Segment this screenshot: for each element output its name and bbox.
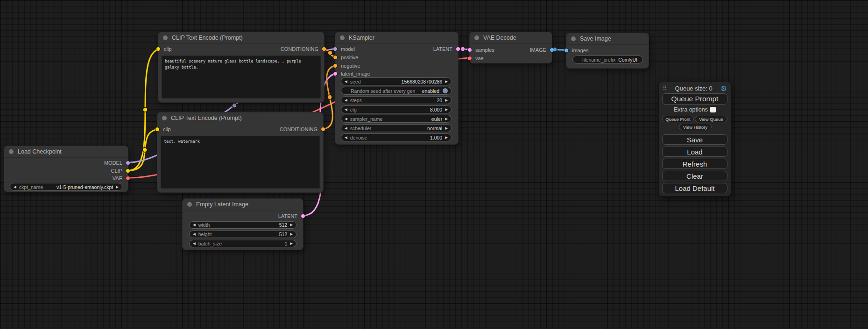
node-header[interactable]: CLIP Text Encode (Prompt) xyxy=(158,32,324,44)
node-load-checkpoint[interactable]: Load Checkpoint MODEL CLIP VAE ◀ ckpt_na… xyxy=(4,146,128,192)
node-clip-text-encode-positive[interactable]: CLIP Text Encode (Prompt) clip CONDITION… xyxy=(158,32,325,103)
node-header[interactable]: Load Checkpoint xyxy=(4,146,128,158)
increment-arrow-icon[interactable]: ▶ xyxy=(290,223,293,227)
collapse-dot-icon[interactable] xyxy=(163,35,168,40)
view-queue-button[interactable]: View Queue xyxy=(695,116,727,122)
batch-size-widget[interactable]: ◀ batch_size 1 ▶ xyxy=(189,240,296,247)
random-seed-toggle-widget[interactable]: Random seed after every gen enabled xyxy=(341,87,452,95)
decrement-arrow-icon[interactable]: ◀ xyxy=(193,223,196,227)
conditioning-output-port[interactable] xyxy=(322,47,326,51)
vae-output-port[interactable] xyxy=(126,176,130,181)
steps-widget[interactable]: ◀ steps 20 ▶ xyxy=(341,96,452,104)
widget-value: 1.000 xyxy=(370,135,443,140)
decrement-arrow-icon[interactable]: ◀ xyxy=(345,136,347,140)
decrement-arrow-icon[interactable]: ◀ xyxy=(345,98,347,102)
conditioning-output-port[interactable] xyxy=(321,127,325,132)
gear-icon[interactable]: ⚙ xyxy=(721,85,727,92)
model-output-port[interactable] xyxy=(126,161,130,165)
model-input-port[interactable] xyxy=(333,47,338,51)
increment-arrow-icon[interactable]: ▶ xyxy=(445,117,448,121)
increment-arrow-icon[interactable]: ▶ xyxy=(116,185,119,189)
node-header[interactable]: Empty Latent Image xyxy=(183,199,303,210)
queue-size-label: Queue size: 0 xyxy=(675,85,713,92)
queue-panel: ⠿ Queue size: 0 ⚙ Queue Prompt Extra opt… xyxy=(658,82,731,196)
clip-input-slot: clip xyxy=(155,126,171,132)
increment-arrow-icon[interactable]: ▶ xyxy=(445,126,448,130)
drag-handle-icon[interactable]: ⠿ xyxy=(663,85,667,91)
save-button[interactable]: Save xyxy=(662,134,727,145)
refresh-button[interactable]: Refresh xyxy=(662,159,727,169)
width-widget[interactable]: ◀ width 512 ▶ xyxy=(189,221,296,229)
link-dot xyxy=(142,147,147,152)
cfg-widget[interactable]: ◀ cfg 8.000 ▶ xyxy=(341,105,452,113)
filename-prefix-widget[interactable]: filename_prefix ComfyUI xyxy=(572,56,643,63)
extra-options-checkbox[interactable] xyxy=(710,107,716,112)
latent-output-port[interactable] xyxy=(301,214,305,218)
image-output-slot: IMAGE xyxy=(530,47,554,53)
decrement-arrow-icon[interactable]: ◀ xyxy=(14,185,16,189)
node-header[interactable]: CLIP Text Encode (Prompt) xyxy=(157,112,323,124)
seed-widget[interactable]: ◀ seed 156680208700286 ▶ xyxy=(341,77,452,85)
link-dot xyxy=(143,107,148,112)
image-output-port[interactable] xyxy=(550,48,554,52)
decrement-arrow-icon[interactable]: ◀ xyxy=(345,80,347,84)
positive-input-slot: positive xyxy=(333,55,358,60)
decrement-arrow-icon[interactable]: ◀ xyxy=(345,126,347,130)
clip-input-port[interactable] xyxy=(156,47,161,51)
positive-input-port[interactable] xyxy=(333,55,338,60)
clear-button[interactable]: Clear xyxy=(662,171,727,181)
node-ksampler[interactable]: KSampler model positive negative latent_… xyxy=(335,32,459,145)
decrement-arrow-icon[interactable]: ◀ xyxy=(193,232,196,236)
load-default-button[interactable]: Load Default xyxy=(662,183,727,193)
ckpt-name-widget[interactable]: ◀ ckpt_name v1-5-pruned-emaonly.ckpt ▶ xyxy=(10,183,122,191)
node-header[interactable]: Save Image xyxy=(566,33,649,45)
view-history-button[interactable]: View History xyxy=(679,124,712,130)
queue-front-button[interactable]: Queue Front xyxy=(662,116,694,122)
decrement-arrow-icon[interactable]: ◀ xyxy=(345,108,347,112)
positive-prompt-textarea[interactable]: beautiful scenery nature glass bottle la… xyxy=(162,56,321,98)
widget-name: steps xyxy=(350,98,362,103)
samples-input-port[interactable] xyxy=(467,48,472,52)
increment-arrow-icon[interactable]: ▶ xyxy=(445,136,448,140)
node-title-label: CLIP Text Encode (Prompt) xyxy=(172,35,243,41)
images-input-port[interactable] xyxy=(564,48,569,53)
collapse-dot-icon[interactable] xyxy=(187,202,192,207)
node-header[interactable]: KSampler xyxy=(335,32,458,44)
load-button[interactable]: Load xyxy=(662,147,727,157)
collapse-dot-icon[interactable] xyxy=(474,35,479,40)
latent-output-label: LATENT xyxy=(433,46,452,52)
collapse-dot-icon[interactable] xyxy=(571,36,576,41)
collapse-dot-icon[interactable] xyxy=(340,35,345,40)
decrement-arrow-icon[interactable]: ◀ xyxy=(193,242,196,245)
node-vae-decode[interactable]: VAE Decode samples vae IMAGE xyxy=(469,32,552,63)
queue-prompt-button[interactable]: Queue Prompt xyxy=(662,93,727,105)
node-empty-latent-image[interactable]: Empty Latent Image LATENT ◀ width 512 ▶ … xyxy=(182,198,303,250)
increment-arrow-icon[interactable]: ▶ xyxy=(445,108,448,112)
latent-output-port[interactable] xyxy=(456,47,460,51)
increment-arrow-icon[interactable]: ▶ xyxy=(445,80,448,84)
latent-image-input-port[interactable] xyxy=(333,71,338,76)
clip-output-port[interactable] xyxy=(126,168,130,173)
collapse-dot-icon[interactable] xyxy=(162,116,167,120)
sampler-name-widget[interactable]: ◀ sampler_name euler ▶ xyxy=(341,115,452,123)
increment-arrow-icon[interactable]: ▶ xyxy=(290,242,293,245)
negative-input-port[interactable] xyxy=(333,63,338,68)
scheduler-widget[interactable]: ◀ scheduler normal ▶ xyxy=(341,124,452,132)
vae-input-port[interactable] xyxy=(467,56,472,61)
toggle-dot-icon[interactable] xyxy=(443,88,448,93)
node-clip-text-encode-negative[interactable]: CLIP Text Encode (Prompt) clip CONDITION… xyxy=(157,112,324,193)
collapse-dot-icon[interactable] xyxy=(9,149,14,154)
clip-output-slot: CLIP xyxy=(111,168,130,174)
decrement-arrow-icon[interactable]: ◀ xyxy=(345,117,347,121)
node-header[interactable]: VAE Decode xyxy=(470,32,552,44)
clip-input-port[interactable] xyxy=(155,127,160,132)
denoise-widget[interactable]: ◀ denoise 1.000 ▶ xyxy=(341,133,452,141)
link-dot xyxy=(328,50,332,55)
increment-arrow-icon[interactable]: ▶ xyxy=(290,232,293,236)
negative-prompt-textarea[interactable]: text, watermark xyxy=(161,136,320,189)
height-widget[interactable]: ◀ height 512 ▶ xyxy=(189,231,296,238)
node-save-image[interactable]: Save Image images filename_prefix ComfyU… xyxy=(566,33,649,69)
node-title-label: Load Checkpoint xyxy=(18,148,62,155)
increment-arrow-icon[interactable]: ▶ xyxy=(445,98,448,102)
node-graph-canvas[interactable]: Load Checkpoint MODEL CLIP VAE ◀ ckpt_na… xyxy=(0,0,868,329)
